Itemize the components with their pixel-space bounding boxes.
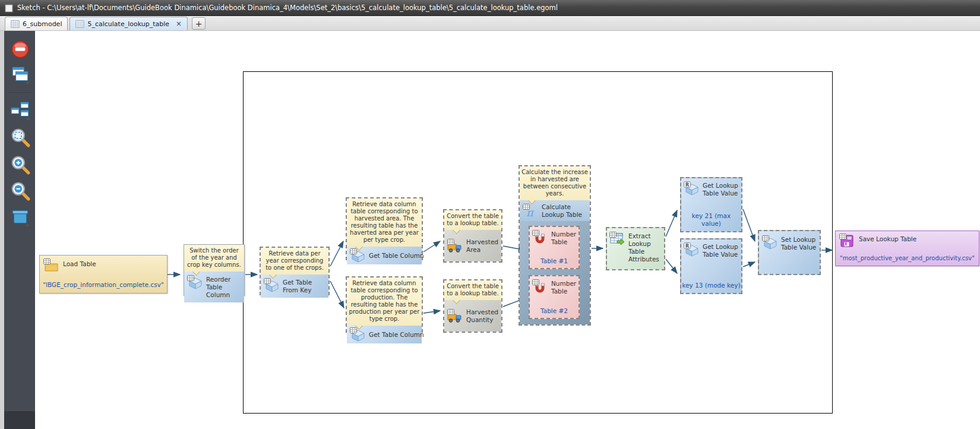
functor-get-lookup-table-value-max[interactable]: R Get Lookup Table Value key 21 (max val… <box>680 177 742 232</box>
cube-icon <box>187 275 203 289</box>
functor-value: Table #1 <box>530 257 578 268</box>
table-grid-icon <box>75 20 84 29</box>
functor-number-table-2[interactable]: Number Table Table #2 <box>529 275 580 319</box>
comment: Switch the order of the year and crop ke… <box>184 245 244 272</box>
functor-set-lookup-table-value[interactable]: Set Lookup Table Value <box>758 230 821 275</box>
sidebar-footer <box>4 411 35 429</box>
functor-title: Get Table Column <box>369 251 424 260</box>
toolbar-separator <box>7 93 33 94</box>
comment: Retrieve data column table corresponding… <box>347 198 422 247</box>
auto-layout-icon[interactable] <box>10 101 30 121</box>
r-cube-icon: R <box>684 181 699 195</box>
table-arrow-icon <box>609 232 625 246</box>
new-tab-button[interactable]: + <box>192 17 206 30</box>
functor-save-lookup-table[interactable]: Save Lookup Table "most_productive_year_… <box>835 231 979 266</box>
functor-title: Load Table <box>63 258 96 267</box>
cube-icon <box>350 248 365 263</box>
r-cube-icon: R <box>684 242 699 257</box>
functor-title: Extract Lookup Table Attributes <box>628 232 662 263</box>
container-icon[interactable] <box>10 207 30 227</box>
functor-title: Get Table From Key <box>283 278 325 294</box>
functor-title: Get Table Column <box>369 330 424 339</box>
functor-title: Calculate Lookup Table <box>542 203 587 219</box>
functor-title: Get Lookup Table Value <box>703 181 739 197</box>
remove-functor-icon[interactable] <box>10 39 30 59</box>
functor-title: Set Lookup Table Value <box>781 235 817 251</box>
sketch-window: { "window": { "title": "Sketch - C:\\Use… <box>0 0 980 429</box>
svg-text:R: R <box>685 182 689 188</box>
zoom-region-icon[interactable] <box>10 127 30 147</box>
comment: Retrieve data per year corresponding to … <box>261 248 328 275</box>
tab-close-icon[interactable]: × <box>176 20 182 27</box>
tab-label: 5_calculate_lookup_table <box>87 20 169 28</box>
tab-bar: 6_submodel 5_calculate_lookup_table × + <box>0 16 980 31</box>
truck-icon <box>447 309 463 323</box>
functor-value: "IBGE_crop_information_complete.csv" <box>40 281 167 293</box>
window-edge <box>0 31 4 429</box>
cube-icon <box>762 235 777 250</box>
app-icon[interactable] <box>5 4 13 12</box>
functor-get-lookup-table-value-mode[interactable]: R Get Lookup Table Value key 13 (mode ke… <box>680 238 742 294</box>
functor-reorder-table-column[interactable]: Switch the order of the year and crop ke… <box>184 244 245 296</box>
tool-sidebar <box>4 31 35 429</box>
functor-harvested-quantity[interactable]: Convert the table to a lookup table. Har… <box>443 279 502 333</box>
group-calculate-lookup-table[interactable]: Calculate the increase in harvested are … <box>519 165 591 326</box>
zoom-in-icon[interactable] <box>10 154 30 175</box>
functor-get-table-column-area[interactable]: Retrieve data column table corresponding… <box>346 197 423 260</box>
functor-get-table-from-key[interactable]: Retrieve data per year corresponding to … <box>260 247 330 295</box>
cube-icon <box>264 278 279 292</box>
zoom-out-icon[interactable] <box>10 181 30 201</box>
floppy-icon <box>839 234 855 248</box>
functor-get-table-column-production[interactable]: Retrieve data column table corresponding… <box>346 276 423 333</box>
comment: Calculate the increase in harvested are … <box>520 166 590 200</box>
truck-icon <box>447 239 463 253</box>
magnet-icon <box>532 230 548 244</box>
functor-title: Number Table <box>551 230 576 246</box>
functor-title: Get Lookup Table Value <box>703 242 739 258</box>
table-grid-icon <box>11 20 20 29</box>
functor-extract-lookup-table-attributes[interactable]: Extract Lookup Table Attributes <box>606 227 665 270</box>
functor-value: "most_productive_year_and_productivity.c… <box>836 254 979 266</box>
functor-title: Reorder Table Column <box>206 275 241 299</box>
functor-value: key 21 (max value) <box>681 212 741 231</box>
cube-icon <box>350 327 365 342</box>
tab-5-calculate-lookup-table[interactable]: 5_calculate_lookup_table × <box>69 17 188 30</box>
tab-6-submodel[interactable]: 6_submodel <box>5 17 68 30</box>
functor-number-table-1[interactable]: Number Table Table #1 <box>529 226 580 269</box>
functor-title: Harvested Quantity <box>466 308 498 324</box>
tab-label: 6_submodel <box>23 20 62 28</box>
pi-table-icon: π <box>523 204 538 218</box>
functor-title: Save Lookup Table <box>859 234 916 242</box>
functor-value: key 13 (mode key) <box>681 282 741 293</box>
title-bar: Sketch - C:\Users\at-lf\Documents\GuideB… <box>0 0 980 16</box>
functor-value: Table #2 <box>530 307 578 318</box>
svg-text:R: R <box>685 244 689 249</box>
folder-icon <box>43 258 59 273</box>
comment: Convert the table to a lookup table. <box>444 280 501 300</box>
magnet-icon <box>532 279 548 294</box>
cascade-windows-icon[interactable] <box>10 64 30 84</box>
functor-harvested-area[interactable]: Convert the table to a lookup table. Har… <box>443 209 502 263</box>
functor-load-table[interactable]: Load Table "IBGE_crop_information_comple… <box>39 255 167 294</box>
functor-title: Harvested Area <box>466 238 498 254</box>
window-title: Sketch - C:\Users\at-lf\Documents\GuideB… <box>17 4 558 12</box>
functor-title: Number Table <box>551 279 576 295</box>
comment: Convert the table to a lookup table. <box>444 210 501 230</box>
group-body: Number Table Table #1 Number Table Table… <box>520 221 590 324</box>
comment: Retrieve data column table corresponding… <box>347 277 422 326</box>
